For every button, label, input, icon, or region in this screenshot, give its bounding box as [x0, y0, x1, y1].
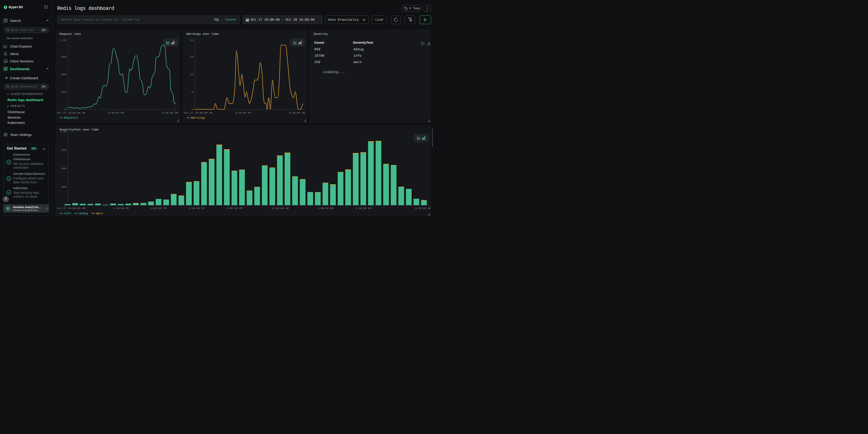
svg-text:300: 300 [61, 185, 66, 188]
svg-text:6: 6 [191, 90, 193, 93]
svg-text:8:30:00 PM: 8:30:00 PM [108, 111, 124, 114]
svg-text:900: 900 [61, 55, 66, 58]
svg-text:debug: debug [79, 212, 88, 215]
svg-text:info: info [64, 212, 71, 215]
svg-text:3:00:00 AM: 3:00:00 AM [317, 207, 333, 210]
svg-text:warn: warn [96, 212, 103, 215]
svg-text:Oct 27 10:00:00 AM: Oct 27 10:00:00 AM [57, 111, 85, 114]
svg-text:Oct 27 10:00:00 AM: Oct 27 10:00:00 AM [184, 111, 212, 114]
svg-text:12:00:00 AM: 12:00:00 AM [271, 207, 288, 210]
svg-text:600: 600 [61, 73, 66, 76]
svg-text:1.2K: 1.2K [60, 130, 66, 133]
svg-text:9:30:00 AM: 9:30:00 AM [289, 111, 305, 114]
svg-text:Requests: Requests [64, 116, 78, 120]
svg-text:Warnings: Warnings [191, 116, 205, 120]
svg-text:300: 300 [61, 90, 66, 93]
svg-text:900: 900 [61, 149, 66, 151]
svg-text:0: 0 [191, 108, 193, 111]
svg-text:12: 12 [190, 73, 193, 76]
svg-text:9:30:00 AM: 9:30:00 AM [415, 207, 431, 210]
svg-text:18: 18 [190, 55, 193, 58]
svg-text:24: 24 [190, 39, 193, 42]
svg-text:1.2K: 1.2K [60, 39, 66, 42]
svg-text:6:30:00 PM: 6:30:00 PM [189, 207, 204, 210]
svg-text:1:30:00 PM: 1:30:00 PM [113, 207, 128, 210]
svg-text:8:30:00 PM: 8:30:00 PM [235, 111, 251, 114]
svg-text:4:00:00 PM: 4:00:00 PM [151, 207, 166, 210]
svg-text:5:30:00 AM: 5:30:00 AM [355, 207, 371, 210]
svg-text:9:00:00 PM: 9:00:00 PM [226, 207, 242, 210]
svg-text:600: 600 [61, 167, 66, 170]
svg-text:0: 0 [64, 108, 66, 111]
svg-text:9:30:00 AM: 9:30:00 AM [162, 111, 178, 114]
svg-text:Oct 27 10:00:00 AM: Oct 27 10:00:00 AM [57, 207, 85, 210]
